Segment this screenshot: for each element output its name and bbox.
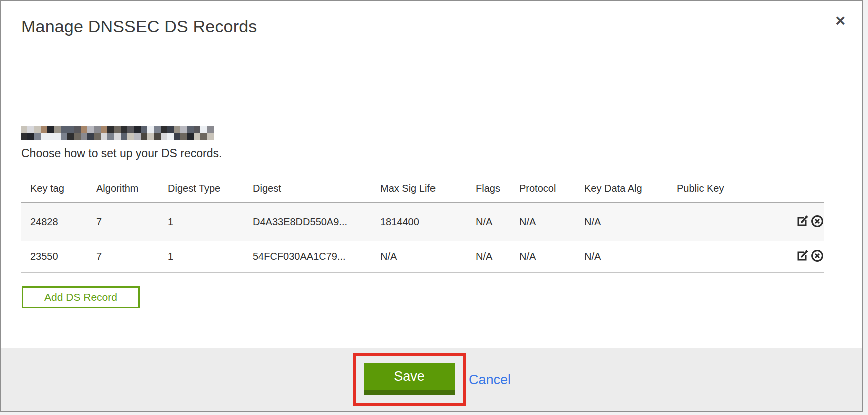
cancel-link[interactable]: Cancel [469, 372, 511, 388]
manage-dnssec-modal: Manage DNSSEC DS Records × Choose how to… [0, 0, 863, 412]
save-button[interactable]: Save [364, 363, 455, 395]
cell-flags: N/A [467, 203, 510, 241]
cell-max-sig-life: N/A [371, 241, 467, 273]
instruction-text: Choose how to set up your DS records. [21, 147, 222, 160]
col-public-key: Public Key [668, 180, 748, 203]
modal-footer: Save Cancel [1, 348, 862, 412]
cell-digest: 54FCF030AA1C79... [244, 241, 371, 273]
close-icon[interactable]: × [835, 12, 845, 29]
cell-public-key [668, 203, 748, 241]
col-key-tag: Key tag [21, 180, 87, 203]
table-row: 24828 7 1 D4A33E8DD550A9... 1814400 N/A … [21, 203, 824, 241]
cell-digest-type: 1 [159, 241, 244, 273]
cell-key-data-alg: N/A [575, 241, 668, 273]
cell-actions [748, 203, 824, 241]
edit-record-icon[interactable] [795, 248, 809, 262]
col-actions [748, 180, 824, 203]
page-title: Manage DNSSEC DS Records [21, 17, 257, 36]
cell-public-key [668, 241, 748, 273]
add-ds-record-button[interactable]: Add DS Record [22, 286, 140, 308]
table-row: 23550 7 1 54FCF030AA1C79... N/A N/A N/A … [21, 241, 824, 273]
cell-algorithm: 7 [87, 241, 159, 273]
delete-record-icon[interactable] [810, 214, 824, 228]
redacted-domain-name [21, 126, 214, 140]
cell-flags: N/A [467, 241, 510, 273]
col-digest: Digest [244, 180, 371, 203]
cell-key-data-alg: N/A [575, 203, 668, 241]
col-key-data-alg: Key Data Alg [575, 180, 668, 203]
cell-key-tag: 24828 [21, 203, 87, 241]
cell-protocol: N/A [510, 203, 575, 241]
ds-records-table: Key tag Algorithm Digest Type Digest Max… [21, 180, 824, 274]
col-max-sig-life: Max Sig Life [371, 180, 467, 203]
cell-algorithm: 7 [87, 203, 159, 241]
col-algorithm: Algorithm [87, 180, 159, 203]
cell-actions [748, 241, 824, 273]
col-digest-type: Digest Type [159, 180, 244, 203]
col-flags: Flags [467, 180, 510, 203]
annotation-red-box: Save [353, 354, 466, 406]
cell-max-sig-life: 1814400 [371, 203, 467, 241]
cell-digest-type: 1 [159, 203, 244, 241]
col-protocol: Protocol [510, 180, 575, 203]
edit-record-icon[interactable] [795, 214, 809, 228]
delete-record-icon[interactable] [810, 248, 824, 262]
cell-protocol: N/A [510, 241, 575, 273]
table-header-row: Key tag Algorithm Digest Type Digest Max… [21, 180, 824, 203]
cell-key-tag: 23550 [21, 241, 87, 273]
cell-digest: D4A33E8DD550A9... [244, 203, 371, 241]
